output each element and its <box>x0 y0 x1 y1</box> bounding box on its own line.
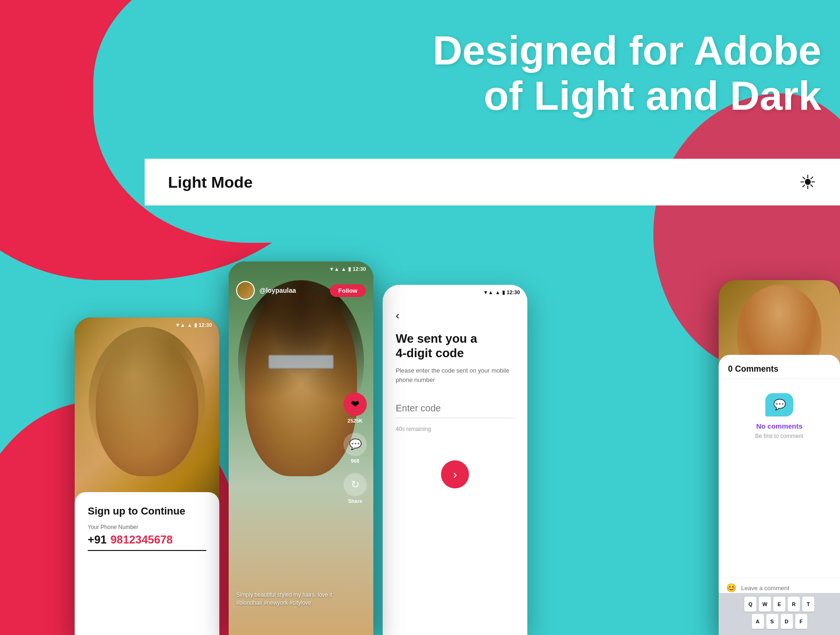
light-mode-bar: Light Mode ☀ <box>145 159 840 205</box>
no-comments-section: 💬 No comments Be first to comment <box>719 379 840 453</box>
phone-feed-bg: ▼▲ ▲ ▮ 12:30 @loypaulaa Follow ❤ 2525K 💬… <box>229 261 373 635</box>
key-f[interactable]: F <box>795 614 807 629</box>
likes-count: 2525K <box>348 418 363 423</box>
verify-title: We sent you a 4-digit code <box>396 332 514 360</box>
comment-bubble-icon: 💬 <box>765 393 793 416</box>
status-icons-1: ▼▲ ▲ ▮ 12:30 <box>175 322 212 328</box>
key-q[interactable]: Q <box>744 597 756 612</box>
comment-icon: 💬 <box>343 433 367 456</box>
feed-avatar <box>236 281 255 300</box>
leave-comment-input[interactable] <box>741 585 833 592</box>
key-r[interactable]: R <box>788 597 800 612</box>
remaining-text: 40s remaining <box>396 426 514 432</box>
keyboard-row-2: A S D F <box>721 614 838 629</box>
feed-user-info: @loypaulaa <box>236 281 296 300</box>
share-icon: ↻ <box>343 473 367 496</box>
smiley-icon: 😊 <box>726 583 736 593</box>
blob-teal-main <box>93 0 420 243</box>
verify-title-line1: We sent you a <box>396 332 477 346</box>
wifi-icon-3: ▲ <box>495 289 500 295</box>
code-input[interactable] <box>396 403 514 418</box>
phone-signup-bg: ▼▲ ▲ ▮ 12:30 <box>75 318 219 508</box>
verify-subtitle: Please enter the code sent on your mobil… <box>396 366 514 384</box>
feed-username: @loypaulaa <box>259 287 296 294</box>
header-line1: Designed for Adobe <box>433 27 821 73</box>
time-1: 12:30 <box>199 322 212 328</box>
status-icons-2: ▼▲ ▲ ▮ 12:30 <box>329 266 366 272</box>
key-e[interactable]: E <box>773 597 785 612</box>
no-comment-subtitle: Be first to comment <box>755 433 803 439</box>
no-comment-title: No comments <box>756 422 802 430</box>
feed-status-bar: ▼▲ ▲ ▮ 12:30 <box>229 261 373 276</box>
signal-icon: ▼▲ <box>175 322 185 328</box>
keyboard: Q W E R T A S D F <box>719 593 840 635</box>
comments-count-header: 0 Comments <box>719 355 840 379</box>
phone-label: Your Phone Number <box>88 524 206 530</box>
header-title-block: Designed for Adobe of Light and Dark <box>433 28 840 119</box>
header-line2: of Light and Dark <box>483 72 821 119</box>
phone-verify: ▼▲ ▲ ▮ 12:30 ‹ We sent you a 4-digit cod… <box>383 285 527 635</box>
verify-title-line2: 4-digit code <box>396 346 464 360</box>
phone-signup: ▼▲ ▲ ▮ 12:30 Sign up to Continue Your Ph… <box>75 318 219 635</box>
comments-panel: 0 Comments 💬 No comments Be first to com… <box>719 355 840 635</box>
signup-card: Sign up to Continue Your Phone Number +9… <box>75 492 219 635</box>
keyboard-row-1: Q W E R T <box>721 597 838 612</box>
next-button[interactable]: › <box>441 460 469 488</box>
share-action[interactable]: ↻ Share <box>343 473 367 504</box>
battery-icon-2: ▮ <box>348 266 351 272</box>
phone-signup-status-bar: ▼▲ ▲ ▮ 12:30 <box>75 318 219 332</box>
portrait-bg <box>96 336 198 476</box>
back-arrow-icon[interactable]: ‹ <box>396 309 514 322</box>
wifi-icon: ▲ <box>187 322 192 328</box>
key-s[interactable]: S <box>766 614 778 629</box>
follow-button[interactable]: Follow <box>330 284 366 297</box>
input-underline <box>88 550 206 551</box>
feed-caption: Simply beautiful styled my hairs. love i… <box>236 591 336 607</box>
hair-overlay <box>89 327 205 476</box>
time-3: 12:30 <box>507 289 520 295</box>
time-2: 12:30 <box>353 266 366 272</box>
chat-icon: 💬 <box>773 399 786 411</box>
light-mode-label: Light Mode <box>168 173 252 191</box>
signal-icon-2: ▼▲ <box>329 266 339 272</box>
feed-user-row: @loypaulaa Follow <box>229 276 373 304</box>
phone-comments: 0 Comments 💬 No comments Be first to com… <box>719 280 840 635</box>
verify-status-icons: ▼▲ ▲ ▮ 12:30 <box>483 289 520 296</box>
phone-number-row: +91 9812345678 <box>88 533 206 546</box>
key-d[interactable]: D <box>781 614 793 629</box>
wifi-icon-2: ▲ <box>341 266 346 272</box>
battery-icon-3: ▮ <box>502 289 505 296</box>
key-w[interactable]: W <box>759 597 771 612</box>
sun-icon: ☀ <box>799 171 817 194</box>
key-a[interactable]: A <box>752 614 764 629</box>
phone-feed: ▼▲ ▲ ▮ 12:30 @loypaulaa Follow ❤ 2525K 💬… <box>229 261 373 635</box>
comments-count: 968 <box>351 458 359 464</box>
signup-title: Sign up to Continue <box>88 505 206 517</box>
phone-number: 9812345678 <box>111 533 173 546</box>
verify-status-bar: ▼▲ ▲ ▮ 12:30 <box>383 285 527 300</box>
comment-action[interactable]: 💬 968 <box>343 433 367 464</box>
verify-content: ‹ We sent you a 4-digit code Please ente… <box>383 300 527 498</box>
key-t[interactable]: T <box>802 597 814 612</box>
share-label: Share <box>348 498 363 504</box>
heart-icon: ❤ <box>343 393 367 416</box>
feed-actions: ❤ 2525K 💬 968 ↻ Share <box>343 393 367 504</box>
signal-icon-3: ▼▲ <box>483 289 493 295</box>
like-action[interactable]: ❤ 2525K <box>343 393 367 423</box>
sunglasses <box>268 355 334 369</box>
country-code: +91 <box>88 533 107 546</box>
battery-icon: ▮ <box>194 322 197 328</box>
